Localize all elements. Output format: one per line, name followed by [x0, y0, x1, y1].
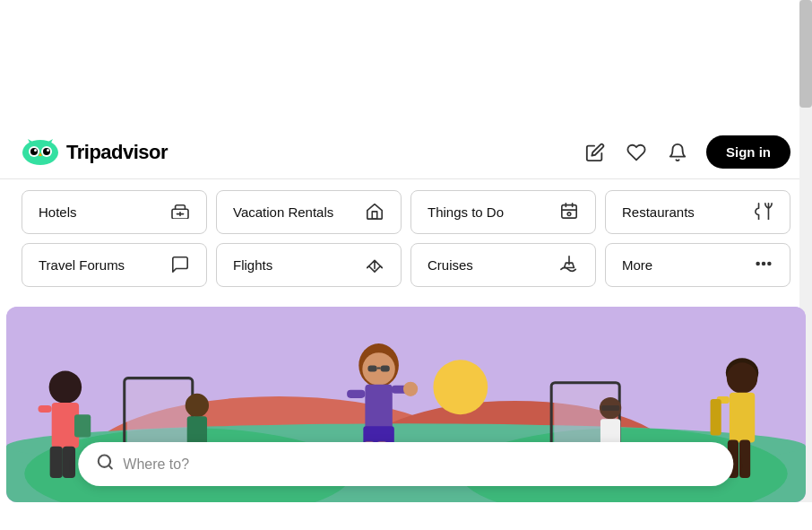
header: Tripadvisor Sign in [0, 126, 812, 179]
nav-btn-icon [170, 255, 190, 275]
nav-row-2: Travel ForumsFlightsCruisesMore [22, 243, 790, 287]
nav-btn-icon [754, 255, 773, 275]
svg-rect-64 [711, 399, 721, 436]
nav-btn-label: Things to Do [428, 204, 504, 220]
nav-btn-icon [365, 255, 384, 275]
nav-btn-more[interactable]: More [605, 243, 790, 287]
svg-point-16 [756, 263, 759, 265]
svg-rect-54 [601, 405, 619, 411]
svg-rect-35 [74, 414, 91, 437]
search-bar [78, 442, 733, 486]
svg-point-17 [763, 263, 765, 265]
svg-rect-34 [63, 447, 75, 478]
search-bar-container [78, 442, 733, 486]
svg-rect-43 [367, 365, 376, 371]
hero-section [6, 307, 806, 502]
svg-rect-33 [50, 447, 63, 478]
search-input[interactable] [123, 456, 715, 473]
nav-btn-cruises[interactable]: Cruises [410, 243, 596, 287]
nav-btn-flights[interactable]: Flights [216, 243, 402, 287]
nav-btn-things-to-do[interactable]: Things to Do [410, 190, 596, 234]
svg-point-59 [727, 362, 757, 393]
nav-btn-travel-forums[interactable]: Travel Forums [22, 243, 207, 287]
svg-rect-62 [739, 440, 750, 479]
nav-btn-label: More [622, 257, 652, 273]
nav-btn-icon [170, 203, 190, 222]
logo[interactable]: Tripadvisor [22, 139, 168, 166]
svg-point-37 [186, 394, 209, 417]
svg-point-51 [403, 382, 418, 396]
svg-point-4 [43, 148, 50, 155]
nav-btn-hotels[interactable]: Hotels [22, 190, 207, 234]
nav-btn-label: Restaurants [622, 204, 695, 220]
header-actions: Sign in [583, 135, 790, 169]
nav-btn-icon [559, 202, 579, 222]
nav-btn-icon [365, 202, 384, 222]
svg-point-6 [47, 149, 49, 152]
nav-btn-icon [559, 255, 579, 275]
svg-point-18 [768, 263, 771, 265]
logo-text: Tripadvisor [66, 141, 168, 164]
edit-icon[interactable] [583, 140, 608, 165]
page-wrapper: Tripadvisor Sign in [0, 0, 812, 502]
tripadvisor-owl-logo [22, 139, 59, 166]
svg-rect-44 [381, 365, 390, 371]
nav-btn-label: Travel Forums [39, 257, 125, 273]
svg-rect-13 [372, 212, 376, 219]
scrollbar-thumb[interactable] [799, 0, 812, 108]
nav-btn-label: Flights [233, 257, 272, 273]
top-space [0, 0, 812, 126]
nav-btn-icon [754, 202, 773, 222]
nav-section: HotelsVacation RentalsThings to DoRestau… [0, 179, 812, 307]
svg-rect-36 [38, 405, 51, 413]
hero-illustration [6, 307, 806, 502]
heart-icon[interactable] [624, 140, 649, 165]
nav-btn-label: Vacation Rentals [233, 204, 333, 220]
svg-point-31 [49, 370, 82, 403]
svg-point-5 [34, 149, 37, 152]
bell-icon[interactable] [665, 140, 690, 165]
svg-point-3 [30, 148, 38, 155]
search-icon [96, 453, 114, 475]
svg-point-24 [433, 360, 488, 414]
svg-point-15 [567, 213, 571, 216]
nav-btn-vacation-rentals[interactable]: Vacation Rentals [216, 190, 402, 234]
nav-btn-label: Cruises [428, 257, 473, 273]
svg-rect-52 [347, 390, 365, 398]
nav-btn-restaurants[interactable]: Restaurants [605, 190, 790, 234]
sign-in-button[interactable]: Sign in [706, 135, 790, 169]
nav-row-1: HotelsVacation RentalsThings to DoRestau… [22, 190, 790, 234]
svg-rect-60 [730, 393, 755, 443]
nav-btn-label: Hotels [39, 204, 77, 220]
